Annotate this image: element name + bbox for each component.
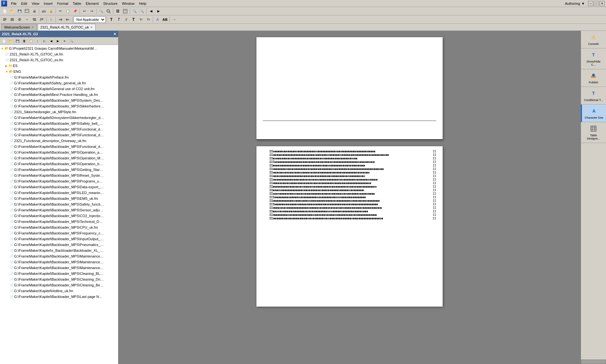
menu-format[interactable]: Format — [55, 1, 70, 6]
right-scroll-thumb[interactable] — [581, 360, 606, 364]
panel-list-btn[interactable]: ≡ — [61, 38, 68, 44]
format-btn7[interactable]: ↕ — [48, 16, 55, 23]
tree-item[interactable]: 📄 G:\FrameMaker\Kapitel\Backloader_MPS\P… — [0, 178, 118, 184]
arrow-right-button[interactable]: → — [171, 16, 178, 23]
tree-item[interactable]: 📄 G:\FrameMaker\Kapitel\General use of C… — [0, 86, 118, 92]
tree-item[interactable]: 📄 G:\FrameMaker\Kapitel\Backloader_MPS\F… — [0, 126, 118, 132]
panel-move-btn[interactable]: 📋 — [28, 38, 34, 44]
tree-item[interactable]: 📄 G:\FrameMaker\Kapitel\Backloader_MPS\I… — [0, 236, 118, 242]
next-page-button[interactable]: ▶ — [155, 8, 162, 15]
tree-item[interactable]: 📄 G:\FrameMaker\Kapitel\Backloader_MPS\C… — [0, 213, 118, 219]
subscript-button[interactable]: Ts — [145, 16, 152, 23]
authoring-label[interactable]: Authoring — [565, 2, 580, 5]
format-btn5[interactable] — [31, 16, 38, 23]
tree-item[interactable]: 📄 G:\FrameMaker\Kapitel\Backloader_MPS\T… — [0, 219, 118, 224]
tree-item[interactable]: 📄 G:\FrameMaker\Kapitel\Backloader_MPS\M… — [0, 265, 118, 271]
panel-delete-btn[interactable]: 🗑 — [21, 38, 27, 44]
zoom-in-button[interactable]: 🔍 — [131, 8, 138, 15]
format-btn9[interactable] — [64, 16, 71, 23]
menu-edit[interactable]: Edit — [19, 1, 29, 6]
format-btn6[interactable] — [38, 16, 45, 23]
tree-item[interactable]: 📄 G:\FrameMaker\Kapitel\Backloader_MPS\S… — [0, 201, 118, 207]
tree-item[interactable]: 📄 G:\FrameMaker\Kapitel\Backloader_MPS\G… — [0, 167, 118, 173]
panel-save-btn[interactable]: 💾 — [14, 38, 21, 44]
new-button[interactable]: 📄 — [1, 8, 8, 15]
save-all-button[interactable] — [23, 8, 30, 15]
tab-welcome-close[interactable]: ✕ — [31, 26, 34, 29]
tree-item[interactable]: 📄 G:\FrameMaker\Kapitel\Best Practice Ha… — [0, 92, 118, 97]
menu-help[interactable]: Help — [137, 1, 148, 6]
insert-image-button[interactable]: 🖼 — [114, 8, 121, 15]
tree-item[interactable]: 📄 G:\FrameMaker\Kapitel\Backloader_MPS\C… — [0, 224, 118, 230]
bold-T2-button[interactable]: T — [130, 16, 137, 23]
tree-item[interactable]: 📄 G:\FrameMaker\Kapitel\Backloader_MPS\C… — [0, 282, 118, 288]
tree-item[interactable]: 📄 G:\FrameMaker\Kapitel\Backloader_MPS\F… — [0, 144, 118, 149]
right-character-des[interactable]: A Character Des — [581, 105, 606, 122]
panel-prev-btn[interactable]: ◀ — [48, 38, 54, 44]
cut-button[interactable]: ✂ — [57, 8, 64, 15]
tree-item[interactable]: 📄 G:\FrameMaker\Kapitel\x_Backloader\Bac… — [0, 248, 118, 253]
find-button[interactable]: 🔍 — [98, 8, 105, 15]
spell-check-button[interactable]: abc — [40, 8, 47, 15]
paste-button[interactable]: 📌 — [72, 8, 79, 15]
redo-button[interactable]: ↪ — [88, 8, 95, 15]
tab-welcome[interactable]: WelcomeScreen ✕ — [1, 24, 37, 30]
format-btn1[interactable] — [1, 16, 8, 23]
prev-page-button[interactable]: ◀ — [148, 8, 155, 15]
panel-search-btn[interactable]: 🔍 — [68, 38, 74, 44]
menu-structure[interactable]: Structure — [101, 1, 119, 6]
menu-element[interactable]: Element — [84, 1, 100, 6]
right-show-hide[interactable]: T Show/Hide C... — [581, 48, 606, 69]
save-button[interactable]: 💾 — [16, 8, 23, 15]
right-conditional[interactable]: T Conditional T... — [581, 87, 606, 105]
menu-file[interactable]: File — [9, 1, 19, 6]
tree-item[interactable]: 📄 G:\FrameMaker\Kapitel\Backloader_MPS\S… — [0, 103, 118, 109]
document-area[interactable]: II IIIIe IIII IIIII IIII IIIIe IIIIe III… — [119, 31, 580, 364]
close-button[interactable]: ✕ — [600, 1, 605, 6]
tree-item[interactable]: 📄 2321_Sikkerhedsregler_uk_MPStyle.fm — [0, 109, 118, 115]
tree-item[interactable]: ▶ 📁 ES — [0, 63, 118, 69]
tree-item[interactable]: 📄 G:\FrameMaker\Kapitel\Drivsystem\Sikke… — [0, 115, 118, 121]
tree-item[interactable]: 📄 G:\FrameMaker\Kapitel\Backloader_MPS\L… — [0, 294, 118, 300]
format-btn2[interactable] — [9, 16, 16, 23]
format-btn4[interactable]: ↔ — [23, 16, 30, 23]
tree-item[interactable]: ▼ 📂 G:\Projekt\2321 Granjas Carroll\Manu… — [0, 46, 118, 51]
insert-table-button[interactable] — [122, 8, 129, 15]
panel-up-btn[interactable]: ↑ — [34, 38, 41, 44]
format-btn3[interactable] — [16, 16, 23, 23]
tree-item[interactable]: 📄 G:\FrameMaker\Kapitel\Backloader_MPS\F… — [0, 132, 118, 138]
tree-item[interactable]: 📄 G:\FrameMaker\Kapitel\Backloader_MPS\S… — [0, 207, 118, 213]
tree-item[interactable]: 📄 G:\FrameMaker\Kapitel\Backloader_MPS\O… — [0, 149, 118, 155]
find-next-button[interactable] — [105, 8, 112, 15]
tree-item[interactable]: 📄 G:\FrameMaker\Kapitel\Backloader_MPS\D… — [0, 184, 118, 190]
undo-button[interactable]: ↩ — [81, 8, 88, 15]
tab-toc-close[interactable]: ✕ — [90, 26, 93, 29]
open-button[interactable]: 📂 — [9, 8, 16, 15]
tab-toc[interactable]: 2321_RelaX-XL75_G3TOC_uk ✕ — [38, 24, 96, 30]
tree-item[interactable]: 📄 G:\FrameMaker\Kapitel\Backloader_MPS\L… — [0, 190, 118, 196]
color-A-button[interactable]: A — [154, 16, 161, 23]
menu-view[interactable]: View — [30, 1, 41, 6]
panel-collapse-icon[interactable]: ✕ — [113, 32, 116, 36]
maximize-button[interactable]: □ — [594, 1, 599, 6]
tree-item[interactable]: 📄 G:\FrameMaker\Kapitel\Backloader_MPS\S… — [0, 121, 118, 126]
tree-item[interactable]: 📄 2321_RelaX-XL75_G3TOC_es.fm — [0, 57, 118, 63]
tree-item[interactable]: 📄 G:\FrameMaker\Kapitel\Backloader_MPS\F… — [0, 230, 118, 236]
lock-button[interactable]: 🔒 — [48, 8, 55, 15]
bold-T-button[interactable]: T — [108, 16, 115, 23]
text-color-button[interactable]: AB — [161, 16, 169, 23]
right-publish[interactable]: Publish — [581, 69, 606, 87]
panel-open-btn[interactable]: 📂 — [7, 38, 14, 44]
tree-item[interactable]: ▼ 📂 ENG — [0, 69, 118, 74]
italic-T-button[interactable]: T — [115, 16, 122, 23]
tree-item[interactable]: 📄 2321_Functional_description_Driveway_u… — [0, 138, 118, 144]
italic-T2-button[interactable]: T — [123, 16, 130, 23]
tree-item[interactable]: 📄 G:\FrameMaker\Kapitel\Backloader_MPS\R… — [0, 173, 118, 178]
superscript-button[interactable]: Ts — [137, 16, 144, 23]
tree-item[interactable]: 📄 2321_RelaX-XL75_G3TOC_uk.fm — [0, 51, 118, 57]
tree-item[interactable]: 📄 G:\FrameMaker\Kapitel\Backloader_MPS\S… — [0, 97, 118, 103]
panel-expand-btn[interactable]: ▷ — [41, 38, 48, 44]
tree-item[interactable]: 📄 G:\FrameMaker\Kapitel\Backloader_MPS\M… — [0, 253, 118, 259]
tree-item[interactable]: 📄 G:\FrameMaker\Kapitel\Preface.fm — [0, 74, 118, 80]
menu-window[interactable]: Window — [120, 1, 136, 6]
